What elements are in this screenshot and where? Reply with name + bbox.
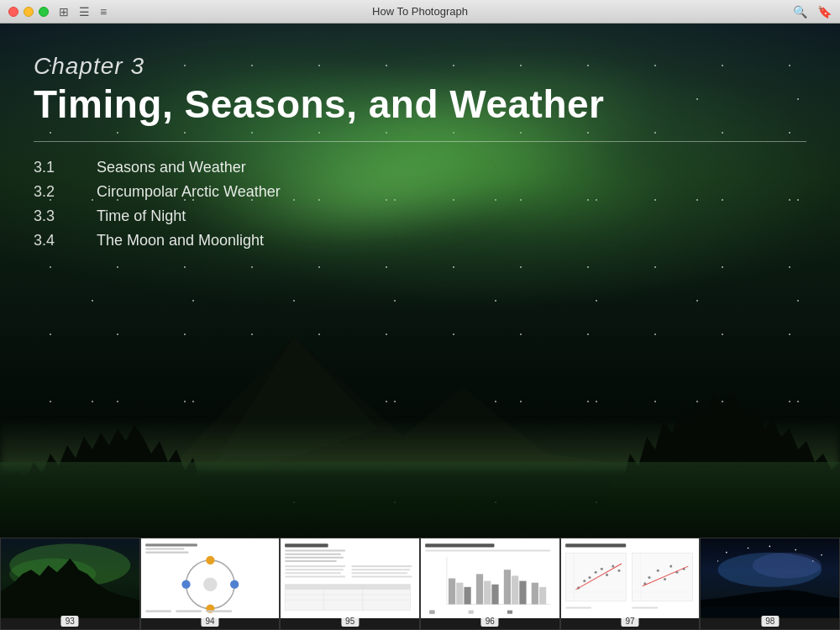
svg-point-86	[656, 570, 659, 572]
thumb-content-98	[701, 538, 839, 618]
svg-rect-49	[425, 550, 550, 552]
thumb-content-94	[141, 538, 280, 618]
svg-point-21	[230, 580, 239, 589]
svg-rect-48	[425, 543, 494, 547]
svg-point-96	[753, 553, 822, 579]
thumbnail-96[interactable]: 96	[420, 538, 560, 630]
svg-rect-52	[449, 579, 455, 605]
svg-point-23	[181, 580, 190, 589]
svg-rect-39	[352, 572, 408, 574]
chapter-divider	[34, 141, 806, 142]
svg-rect-69	[565, 554, 626, 601]
svg-rect-68	[565, 543, 626, 547]
svg-rect-56	[484, 581, 491, 605]
svg-point-76	[601, 568, 603, 570]
svg-point-75	[594, 571, 596, 574]
toc-item-32[interactable]: 3.2 Circumpolar Arctic Weather	[34, 183, 806, 201]
svg-rect-59	[512, 575, 518, 604]
svg-rect-17	[145, 552, 188, 554]
svg-rect-60	[519, 581, 526, 605]
thumbnail-97[interactable]: 97	[560, 538, 701, 630]
thumb-content-95	[281, 538, 419, 618]
page-number-94: 94	[201, 616, 218, 627]
main-content: Chapter 3 Timing, Seasons, and Weather 3…	[0, 24, 840, 630]
svg-rect-64	[429, 611, 434, 614]
thumb-content-96	[421, 538, 559, 618]
page-number-98: 98	[761, 616, 779, 627]
svg-rect-55	[476, 574, 483, 604]
svg-rect-34	[285, 569, 344, 570]
thumbnail-94[interactable]: 94	[140, 538, 281, 630]
svg-point-101	[822, 554, 823, 556]
svg-rect-61	[532, 583, 538, 605]
toc-item-31[interactable]: 3.1 Seasons and Weather	[34, 159, 806, 176]
svg-point-19	[203, 577, 217, 591]
svg-point-88	[669, 565, 672, 568]
list-icon[interactable]: ☰	[79, 5, 90, 18]
svg-rect-30	[285, 554, 341, 555]
svg-rect-31	[285, 557, 344, 559]
hero-section: Chapter 3 Timing, Seasons, and Weather 3…	[0, 24, 840, 538]
maximize-button[interactable]	[39, 7, 49, 17]
svg-point-87	[664, 578, 666, 580]
title-bar: ⊞ ☰ ≡ How To Photograph 🔍 🔖	[0, 0, 840, 24]
window-controls	[8, 7, 49, 17]
svg-rect-25	[176, 611, 202, 612]
toc-item-33[interactable]: 3.3 Time of Night	[34, 207, 806, 225]
svg-rect-92	[565, 606, 591, 608]
minimize-button[interactable]	[24, 7, 34, 17]
svg-rect-33	[285, 565, 345, 567]
page-number-97: 97	[621, 616, 638, 627]
svg-rect-38	[352, 569, 411, 570]
text-icon[interactable]: ≡	[100, 5, 107, 18]
toc-list: 3.1 Seasons and Weather 3.2 Circumpolar …	[34, 159, 806, 249]
chapter-overlay: Chapter 3 Timing, Seasons, and Weather 3…	[34, 53, 806, 249]
svg-point-98	[748, 548, 749, 549]
svg-rect-35	[285, 572, 341, 574]
page-number-95: 95	[341, 616, 359, 627]
window-title: How To Photograph	[372, 5, 468, 18]
svg-rect-15	[145, 543, 197, 546]
toc-number-31: 3.1	[34, 159, 63, 176]
thumbnail-95[interactable]: 95	[280, 538, 420, 630]
svg-rect-62	[539, 587, 546, 605]
toc-number-33: 3.3	[34, 207, 63, 225]
toolbar-right: 🔍 🔖	[793, 5, 832, 18]
toc-item-34[interactable]: 3.4 The Moon and Moonlight	[34, 232, 806, 249]
toolbar-left: ⊞ ☰ ≡	[59, 5, 107, 18]
svg-rect-24	[145, 611, 171, 612]
water-reflection	[0, 462, 840, 538]
toc-title-31: Seasons and Weather	[97, 159, 246, 176]
svg-rect-93	[632, 606, 658, 608]
bookmark-icon[interactable]: 🔖	[817, 5, 832, 18]
chapter-number: Chapter 3	[34, 53, 806, 80]
search-icon[interactable]: 🔍	[793, 5, 807, 18]
thumbnail-strip: 93	[0, 538, 840, 630]
thumbnail-93[interactable]: 93	[0, 538, 140, 630]
svg-rect-26	[206, 611, 232, 612]
chapter-title: Timing, Seasons, and Weather	[34, 83, 806, 126]
svg-rect-54	[464, 587, 470, 605]
svg-rect-29	[285, 550, 345, 552]
svg-point-99	[769, 546, 771, 548]
svg-point-20	[206, 556, 214, 564]
svg-rect-57	[491, 585, 498, 605]
library-icon[interactable]: ⊞	[59, 5, 69, 18]
svg-point-103	[813, 560, 814, 561]
page-number-93: 93	[61, 616, 79, 627]
svg-point-102	[717, 560, 718, 561]
svg-rect-58	[504, 570, 511, 604]
toc-title-32: Circumpolar Arctic Weather	[97, 183, 281, 201]
svg-point-77	[606, 574, 608, 576]
svg-rect-37	[352, 565, 412, 567]
close-button[interactable]	[8, 7, 18, 17]
svg-rect-65	[469, 611, 474, 614]
svg-point-97	[726, 552, 727, 554]
toc-title-34: The Moon and Moonlight	[97, 232, 264, 249]
svg-rect-16	[145, 548, 184, 549]
svg-point-85	[648, 576, 650, 579]
svg-rect-28	[285, 543, 328, 547]
svg-rect-42	[285, 585, 410, 590]
svg-point-100	[795, 549, 797, 551]
thumbnail-98[interactable]: 98	[700, 538, 840, 630]
